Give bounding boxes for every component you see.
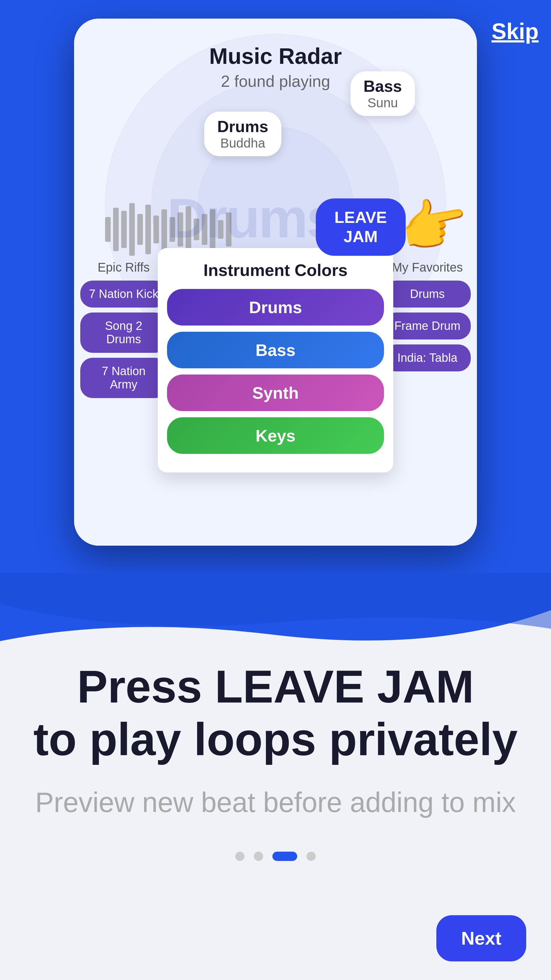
wave-bar xyxy=(121,211,127,248)
fav-item-3[interactable]: India: Tabla xyxy=(384,344,471,371)
headline-line2: to play loops privately xyxy=(19,713,532,766)
my-favorites-panel: My Favorites Drums Frame Drum India: Tab… xyxy=(384,261,471,376)
wave-bar xyxy=(113,208,119,251)
epic-item-2[interactable]: Song 2 Drums xyxy=(80,312,167,353)
drums-watermark: Drums xyxy=(167,186,336,250)
fav-item-1[interactable]: Drums xyxy=(384,281,471,307)
sub-headline: Preview new beat before adding to mix xyxy=(19,784,532,821)
panel-title: Instrument Colors xyxy=(167,261,384,280)
drums-instrument-button[interactable]: Drums xyxy=(167,289,384,326)
pagination-dot-4[interactable] xyxy=(306,852,316,861)
bass-bubble-sub: Sunu xyxy=(364,95,402,110)
wave-bar xyxy=(145,205,151,254)
next-button-label: Next xyxy=(461,928,502,949)
pagination-dot-3-active[interactable] xyxy=(272,852,297,861)
app-mockup: Music Radar 2 found playing Drums Buddha… xyxy=(74,19,477,546)
pagination-dot-2[interactable] xyxy=(254,852,263,861)
main-headline: Press LEAVE JAM to play loops privately xyxy=(19,660,532,766)
leave-jam-line2: JAM xyxy=(334,227,387,246)
drums-bubble-label: Drums xyxy=(217,117,268,136)
bass-bubble-label: Bass xyxy=(364,77,402,95)
wave-divider xyxy=(0,573,551,654)
headline-line1: Press LEAVE JAM xyxy=(19,660,532,713)
epic-riffs-panel: Epic Riffs 7 Nation Kick Song 2 Drums 7 … xyxy=(80,261,167,403)
radar-subtitle: 2 found playing xyxy=(74,72,477,91)
wave-bar xyxy=(129,203,135,256)
leave-jam-line1: LEAVE xyxy=(334,208,387,227)
hand-pointer-icon: 👉 xyxy=(394,187,474,264)
wave-bar xyxy=(153,215,159,243)
leave-jam-button[interactable]: LEAVE JAM xyxy=(316,199,406,256)
radar-title: Music Radar xyxy=(74,43,477,69)
bass-instrument-button[interactable]: Bass xyxy=(167,332,384,368)
keys-instrument-button[interactable]: Keys xyxy=(167,417,384,454)
drums-bubble[interactable]: Drums Buddha xyxy=(204,111,281,156)
fav-item-2[interactable]: Frame Drum xyxy=(384,312,471,339)
skip-button[interactable]: Skip xyxy=(492,19,538,44)
pagination-dot-1[interactable] xyxy=(235,852,245,861)
wave-bar xyxy=(162,209,167,250)
bottom-section: Press LEAVE JAM to play loops privately … xyxy=(0,574,551,980)
epic-item-1[interactable]: 7 Nation Kick xyxy=(80,281,167,307)
bass-bubble[interactable]: Bass Sunu xyxy=(351,71,415,116)
wave-bar xyxy=(105,217,111,242)
next-button[interactable]: Next xyxy=(436,915,526,961)
my-favorites-title: My Favorites xyxy=(384,261,471,274)
wave-bar xyxy=(137,214,143,245)
drums-bubble-sub: Buddha xyxy=(217,136,268,151)
app-header: Music Radar 2 found playing xyxy=(74,43,477,91)
epic-riffs-title: Epic Riffs xyxy=(80,261,167,274)
synth-instrument-button[interactable]: Synth xyxy=(167,374,384,411)
epic-item-3[interactable]: 7 Nation Army xyxy=(80,358,167,398)
instrument-colors-panel: Instrument Colors Drums Bass Synth Keys xyxy=(158,248,393,473)
top-section: Skip Music Radar 2 found playing Drums B… xyxy=(0,0,551,574)
pagination-dots xyxy=(19,852,532,886)
